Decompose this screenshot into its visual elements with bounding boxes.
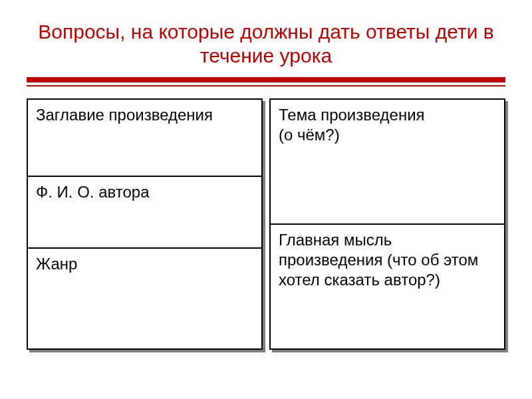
cell-main-idea: Главная мысль произведения (что об этом …	[269, 225, 505, 350]
slide-title: Вопросы, на которые должны дать ответы д…	[27, 20, 505, 68]
cell-genre: Жанр	[27, 249, 263, 350]
left-column: Заглавие произведения Ф. И. О. автора Жа…	[27, 98, 263, 350]
cell-theme-line1: Тема произведения	[279, 105, 496, 125]
cell-work-title: Заглавие произведения	[27, 98, 263, 177]
title-divider	[27, 77, 505, 86]
slide: Вопросы, на которые должны дать ответы д…	[0, 0, 532, 399]
cell-theme: Тема произведения (о чём?)	[269, 98, 505, 225]
cell-theme-line2: (о чём?)	[279, 125, 496, 145]
content-columns: Заглавие произведения Ф. И. О. автора Жа…	[27, 98, 505, 350]
cell-author-name: Ф. И. О. автора	[27, 177, 263, 249]
right-column: Тема произведения (о чём?) Главная мысль…	[269, 98, 505, 350]
